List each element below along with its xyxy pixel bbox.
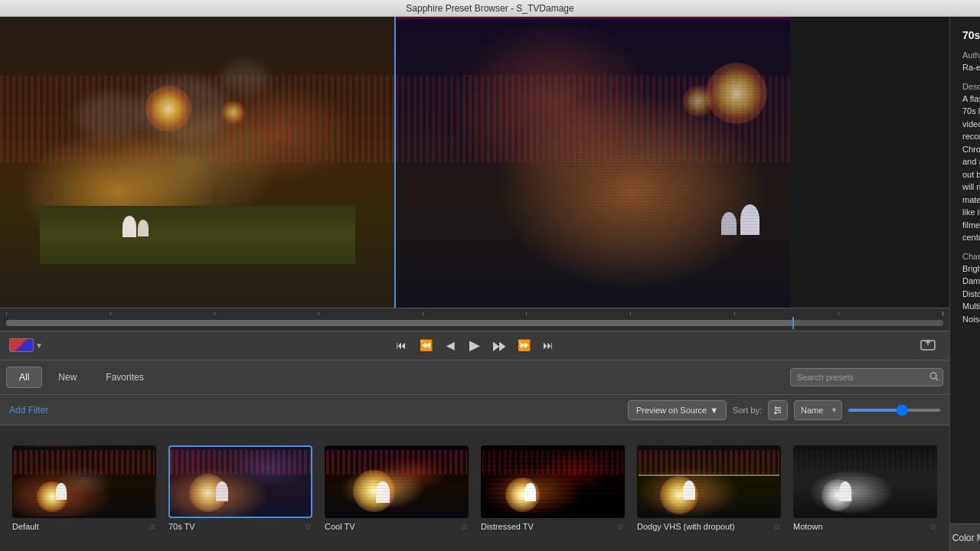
preset-item-70stv[interactable]: 70s TV ☆ bbox=[168, 445, 312, 532]
play-button[interactable]: ▶ bbox=[464, 336, 485, 354]
preset-name-cooltv: Cool TV bbox=[325, 522, 457, 531]
video-split-view bbox=[0, 17, 790, 308]
step-forward-button[interactable]: ⏩ bbox=[513, 336, 534, 354]
tab-all[interactable]: All bbox=[6, 367, 42, 388]
export-button[interactable] bbox=[916, 336, 940, 354]
filter-bar: All New Favorites bbox=[0, 360, 949, 395]
preset-label-row-cooltv: Cool TV ☆ bbox=[325, 521, 469, 532]
description-label: Description: bbox=[962, 82, 980, 91]
split-divider[interactable] bbox=[394, 17, 396, 308]
preview-source-arrow: ▼ bbox=[710, 406, 718, 415]
thumb-fringe bbox=[170, 447, 311, 517]
preset-item-distressed[interactable]: Distressed TV ☆ bbox=[481, 445, 625, 532]
step-back-button[interactable]: ⏪ bbox=[415, 336, 436, 354]
preset-star-70stv[interactable]: ☆ bbox=[304, 521, 312, 532]
description-value: A flashback to 70s live studio video rec… bbox=[962, 93, 980, 244]
characteristics-section: Characteristics: Bright, Damage, Distort… bbox=[962, 252, 980, 326]
preset-name-dodgy: Dodgy VHS (with dropout) bbox=[637, 522, 769, 531]
preview-source-button[interactable]: Preview on Source ▼ bbox=[628, 400, 727, 420]
timeline-playhead bbox=[792, 317, 794, 329]
svg-line-3 bbox=[936, 378, 938, 380]
preset-thumb-motown bbox=[793, 445, 937, 518]
preset-item-default[interactable]: Default ☆ bbox=[12, 445, 156, 532]
tab-new[interactable]: New bbox=[45, 367, 90, 388]
sort-order-button[interactable] bbox=[768, 400, 788, 420]
frame-back-button[interactable]: ◀ bbox=[439, 336, 461, 354]
preset-label-row-default: Default ☆ bbox=[12, 521, 156, 532]
transport-bar: ▼ ⏮ ⏪ ◀ ▶ ▶▶ ⏩ ⏭ bbox=[0, 308, 949, 360]
sort-by-label: Sort by: bbox=[733, 406, 762, 415]
preset-info-panel: 70s TV Author: Ra-ey Saleh Description: … bbox=[950, 17, 980, 523]
preset-name-distressed: Distressed TV bbox=[481, 522, 613, 531]
preset-thumb-default bbox=[12, 445, 156, 518]
export-icon bbox=[920, 337, 936, 350]
preset-label-row-dodgy: Dodgy VHS (with dropout) ☆ bbox=[637, 521, 781, 532]
search-input[interactable] bbox=[790, 368, 943, 386]
skip-to-end-button[interactable]: ⏭ bbox=[537, 336, 559, 354]
thumb-lines-distressed bbox=[482, 447, 623, 517]
characteristics-label: Characteristics: bbox=[962, 252, 980, 261]
search-container bbox=[790, 368, 943, 386]
preset-star-distressed[interactable]: ☆ bbox=[616, 521, 625, 532]
thumbnail-size-slider[interactable] bbox=[848, 409, 940, 412]
preset-thumb-distressed bbox=[481, 445, 625, 518]
color-management-button[interactable]: Color Management bbox=[950, 523, 980, 551]
chroma-artifact-b bbox=[395, 19, 790, 21]
frame-forward-button[interactable]: ▶▶ bbox=[492, 336, 507, 354]
tab-favorites[interactable]: Favorites bbox=[93, 367, 156, 388]
preview-source-label: Preview on Source bbox=[636, 406, 707, 415]
preset-name-70stv: 70s TV bbox=[168, 522, 301, 531]
preview-source-wrapper: Preview on Source ▼ bbox=[628, 400, 727, 420]
author-label: Author: bbox=[962, 51, 980, 60]
author-value: Ra-ey Saleh bbox=[962, 61, 980, 74]
thumb-scanlines-motown bbox=[795, 447, 936, 517]
sort-order-icon bbox=[773, 406, 782, 415]
sort-controls: Preview on Source ▼ Sort by: Name Date bbox=[628, 400, 940, 420]
preset-star-motown[interactable]: ☆ bbox=[929, 521, 937, 532]
timeline-scrubber[interactable] bbox=[0, 308, 949, 331]
thumb-scanlines-cool bbox=[326, 447, 467, 517]
window-title: Sapphire Preset Browser - S_TVDamage bbox=[406, 3, 573, 14]
preset-star-dodgy[interactable]: ☆ bbox=[773, 521, 781, 532]
main-container: ▼ ⏮ ⏪ ◀ ▶ ▶▶ ⏩ ⏭ bbox=[0, 17, 980, 551]
sort-bar: Add Filter Preview on Source ▼ Sort by: bbox=[0, 395, 949, 425]
preset-item-cooltv[interactable]: Cool TV ☆ bbox=[325, 445, 469, 532]
search-icon bbox=[929, 372, 939, 381]
title-bar: Sapphire Preset Browser - S_TVDamage bbox=[0, 0, 980, 17]
preset-thumb-70stv bbox=[168, 445, 312, 518]
preset-label-row-70stv: 70s TV ☆ bbox=[168, 521, 312, 532]
timeline-progress bbox=[6, 320, 793, 326]
transport-controls: ▼ ⏮ ⏪ ◀ ▶ ▶▶ ⏩ ⏭ bbox=[0, 331, 949, 360]
preset-item-motown[interactable]: Motown ☆ bbox=[793, 445, 937, 532]
search-button[interactable] bbox=[929, 372, 939, 383]
color-swatch-control[interactable]: ▼ bbox=[9, 338, 43, 352]
right-panel: 70s TV Author: Ra-ey Saleh Description: … bbox=[949, 17, 980, 551]
vhs-dropout bbox=[639, 474, 779, 476]
preset-thumb-cooltv bbox=[325, 445, 469, 518]
preset-star-default[interactable]: ☆ bbox=[148, 521, 156, 532]
preset-item-dodgy[interactable]: Dodgy VHS (with dropout) ☆ bbox=[637, 445, 781, 532]
color-shift-right bbox=[395, 17, 790, 308]
preset-label-row-motown: Motown ☆ bbox=[793, 521, 937, 532]
thumb-scanlines bbox=[14, 447, 155, 517]
video-left-half bbox=[0, 17, 395, 308]
preset-star-cooltv[interactable]: ☆ bbox=[460, 521, 469, 532]
left-content: ▼ ⏮ ⏪ ◀ ▶ ▶▶ ⏩ ⏭ bbox=[0, 17, 949, 551]
timeline-ticks bbox=[6, 311, 943, 316]
video-right-half bbox=[395, 17, 790, 308]
sort-name-select[interactable]: Name Date Author bbox=[794, 400, 842, 420]
swatch-color-box bbox=[9, 338, 34, 352]
svg-point-2 bbox=[930, 373, 936, 379]
sort-name-wrapper: Name Date Author ▼ bbox=[794, 400, 842, 420]
preset-name-default: Default bbox=[12, 522, 145, 531]
characteristics-value: Bright, Damage, Distorted, Multicolored,… bbox=[962, 262, 980, 326]
preset-label-row-distressed: Distressed TV ☆ bbox=[481, 521, 625, 532]
skip-to-start-button[interactable]: ⏮ bbox=[390, 336, 412, 354]
confetti bbox=[0, 17, 395, 308]
add-filter-button[interactable]: Add Filter bbox=[9, 405, 48, 416]
swatch-dropdown-arrow: ▼ bbox=[35, 341, 43, 350]
presets-grid: Default ☆ 70s TV ☆ bbox=[0, 425, 949, 551]
preset-info-name: 70s TV bbox=[962, 29, 980, 41]
preset-thumb-dodgy bbox=[637, 445, 781, 518]
color-management-label: Color Management bbox=[952, 533, 980, 543]
